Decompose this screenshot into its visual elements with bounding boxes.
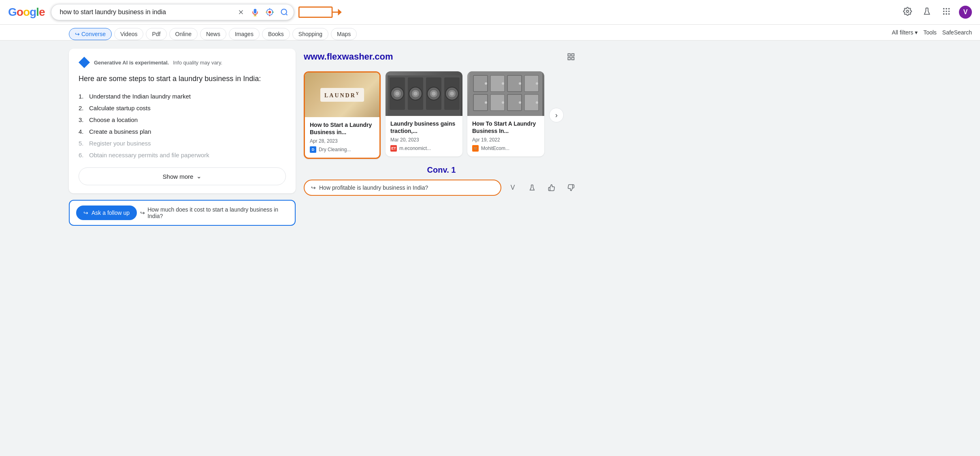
steps-list: 1. Understand the Indian laundry market … bbox=[79, 90, 286, 161]
svg-point-5 bbox=[268, 11, 271, 14]
grid-view-button[interactable] bbox=[563, 49, 579, 65]
svg-point-41 bbox=[432, 92, 436, 96]
conv-flask-button[interactable] bbox=[524, 180, 540, 196]
articles-grid: LAUNDRY How to Start a Laundry Business … bbox=[304, 71, 579, 159]
ai-intro: Here are some steps to start a laundry b… bbox=[79, 74, 286, 84]
all-filters-button[interactable]: All filters ▾ bbox=[892, 29, 918, 36]
svg-point-23 bbox=[946, 13, 947, 15]
filter-pill-shopping[interactable]: Shopping bbox=[292, 28, 328, 40]
google-logo: Google bbox=[8, 6, 45, 19]
svg-point-58 bbox=[502, 101, 504, 104]
images-label: Images bbox=[235, 31, 254, 37]
svg-point-22 bbox=[943, 13, 945, 15]
article-card-3[interactable]: How To Start A Laundry Business In... Ap… bbox=[467, 71, 544, 156]
converse-label: Converse bbox=[81, 31, 106, 37]
left-panel: Generative AI is experimental. Info qual… bbox=[69, 49, 296, 226]
filter-pill-online[interactable]: Online bbox=[169, 28, 198, 40]
show-more-button[interactable]: Show more ⌄ bbox=[79, 167, 286, 185]
filter-pill-books[interactable]: Books bbox=[262, 28, 290, 40]
filter-pill-videos[interactable]: Videos bbox=[114, 28, 144, 40]
step-6: 6. Obtain necessary permits and file pap… bbox=[79, 149, 286, 161]
step-6-text: Obtain necessary permits and file paperw… bbox=[89, 152, 209, 158]
conv-title: Conv. 1 bbox=[304, 165, 579, 175]
apps-button[interactable] bbox=[940, 4, 953, 20]
conv-section: Conv. 1 ↪ How profitable is laundry busi… bbox=[304, 165, 579, 196]
tools-button[interactable]: Tools bbox=[923, 29, 937, 36]
lens-button[interactable] bbox=[264, 6, 275, 18]
article-2-favicon: ET bbox=[390, 145, 397, 152]
site-url-link[interactable]: www.flexwasher.com bbox=[304, 51, 393, 62]
article-1-title: How to Start a Laundry Business in... bbox=[310, 121, 375, 136]
svg-point-61 bbox=[536, 82, 538, 85]
article-3-date: Apr 19, 2022 bbox=[472, 137, 539, 143]
article-3-source-text: MohitEcom... bbox=[481, 146, 509, 151]
article-3-body: How To Start A Laundry Business In... Ap… bbox=[467, 116, 544, 156]
carousel-next-button[interactable]: › bbox=[549, 108, 564, 122]
conv-v-button[interactable]: V bbox=[505, 180, 521, 196]
avatar[interactable]: V bbox=[959, 6, 972, 19]
svg-point-15 bbox=[906, 10, 909, 13]
svg-rect-25 bbox=[568, 54, 571, 56]
svg-point-24 bbox=[948, 13, 950, 15]
svg-point-55 bbox=[485, 82, 487, 85]
filter-pill-maps[interactable]: Maps bbox=[331, 28, 357, 40]
article-card-1[interactable]: LAUNDRY How to Start a Laundry Business … bbox=[304, 71, 381, 159]
step-2-text: Calculate startup costs bbox=[89, 105, 151, 111]
svg-rect-27 bbox=[568, 58, 571, 60]
filter-right: All filters ▾ Tools SafeSearch bbox=[892, 29, 972, 39]
followup-suggestion-label: How much does it cost to start a laundry… bbox=[147, 206, 288, 219]
step-1: 1. Understand the Indian laundry market bbox=[79, 90, 286, 102]
article-3-source: 🛒 MohitEcom... bbox=[472, 145, 539, 152]
safesearch-label: SafeSearch bbox=[942, 29, 972, 36]
header-right: V bbox=[901, 4, 972, 20]
converse-arrow-icon: ↪ bbox=[75, 31, 80, 37]
search-submit-button[interactable] bbox=[279, 6, 290, 18]
voice-search-button[interactable] bbox=[249, 6, 261, 18]
followup-suggestion[interactable]: ↪ How much does it cost to start a laund… bbox=[140, 206, 288, 219]
svg-point-10 bbox=[281, 9, 287, 15]
conv-suggestion-label: How profitable is laundry business in In… bbox=[319, 184, 428, 191]
filter-pill-pdf[interactable]: Pdf bbox=[146, 28, 166, 40]
conv-thumbdown-button[interactable] bbox=[563, 180, 579, 196]
online-label: Online bbox=[175, 31, 192, 37]
article-1-favicon: D bbox=[310, 146, 316, 153]
step-5-num: 5. bbox=[79, 140, 87, 147]
svg-marker-14 bbox=[338, 9, 342, 15]
article-card-2[interactable]: Laundry business gains traction,... Mar … bbox=[386, 71, 462, 156]
conv-thumbup-button[interactable] bbox=[543, 180, 560, 196]
svg-point-16 bbox=[943, 8, 945, 9]
ai-badge: Generative AI is experimental. bbox=[94, 60, 169, 66]
filter-pill-images[interactable]: Images bbox=[229, 28, 260, 40]
site-header: www.flexwasher.com bbox=[304, 49, 579, 65]
show-more-label: Show more bbox=[163, 173, 194, 180]
ai-note: Info quality may vary. bbox=[173, 60, 222, 66]
svg-rect-9 bbox=[270, 15, 271, 16]
svg-point-62 bbox=[536, 101, 538, 104]
filter-pill-converse[interactable]: ↪ Converse bbox=[69, 28, 112, 40]
article-2-date: Mar 20, 2023 bbox=[390, 137, 458, 143]
svg-point-33 bbox=[395, 92, 399, 96]
main-content: Generative AI is experimental. Info qual… bbox=[0, 41, 648, 234]
filter-pill-news[interactable]: News bbox=[200, 28, 226, 40]
svg-point-37 bbox=[413, 92, 418, 96]
all-filters-label: All filters bbox=[892, 29, 913, 36]
right-panel: www.flexwasher.com LAUNDRY How to Start … bbox=[304, 49, 579, 226]
article-1-image: LAUNDRY bbox=[305, 73, 379, 117]
conv-suggestion[interactable]: ↪ How profitable is laundry business in … bbox=[304, 180, 501, 196]
ai-diamond-icon bbox=[79, 57, 90, 68]
step-6-num: 6. bbox=[79, 152, 87, 158]
article-1-source: D Dry Cleaning... bbox=[310, 146, 375, 153]
filter-bar: ↪ Converse Videos Pdf Online News Images… bbox=[0, 25, 980, 41]
ai-card: Generative AI is experimental. Info qual… bbox=[69, 49, 296, 193]
settings-button[interactable] bbox=[901, 4, 914, 20]
step-5-text: Register your business bbox=[89, 140, 151, 147]
safesearch-button[interactable]: SafeSearch bbox=[942, 29, 972, 36]
svg-point-59 bbox=[519, 82, 521, 85]
ask-followup-arrow-icon: ↪ bbox=[83, 210, 88, 216]
ask-followup-button[interactable]: ↪ Ask a follow up bbox=[76, 206, 137, 220]
article-2-source: ET m.economict... bbox=[390, 145, 458, 152]
flask-icon-button[interactable] bbox=[920, 4, 934, 20]
step-2-num: 2. bbox=[79, 105, 87, 111]
orange-arrow-annotation bbox=[298, 4, 343, 20]
clear-button[interactable] bbox=[236, 7, 246, 17]
